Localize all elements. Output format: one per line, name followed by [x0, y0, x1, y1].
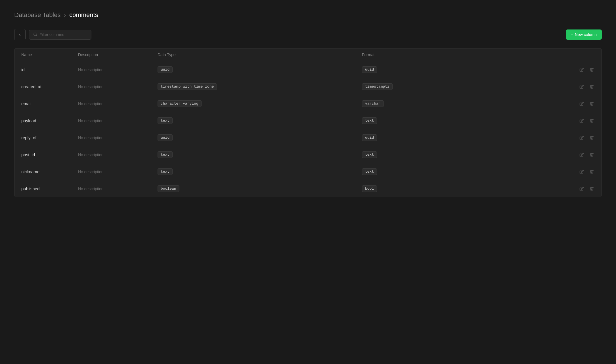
- delete-button[interactable]: [589, 186, 595, 192]
- trash-icon: [590, 136, 594, 140]
- format-badge: timestamptz: [362, 83, 393, 90]
- search-container: [29, 30, 91, 40]
- cell-name: created_at: [21, 84, 78, 89]
- edit-icon: [579, 136, 584, 140]
- cell-name: payload: [21, 118, 78, 123]
- delete-button[interactable]: [589, 169, 595, 175]
- search-input[interactable]: [39, 32, 87, 37]
- format-badge: bool: [362, 185, 377, 192]
- format-badge: varchar: [362, 100, 384, 107]
- cell-actions: [566, 101, 595, 107]
- back-button[interactable]: ‹: [14, 29, 26, 40]
- breadcrumb-separator: ›: [64, 12, 66, 18]
- plus-icon: +: [571, 32, 573, 37]
- toolbar: ‹ + New column: [14, 29, 602, 40]
- edit-icon: [579, 187, 584, 191]
- table-header: Name Description Data Type Format: [14, 48, 602, 61]
- table-row: email No description character varying v…: [14, 95, 602, 112]
- table-body: id No description uuid uuid: [14, 61, 602, 197]
- edit-button[interactable]: [579, 101, 584, 107]
- cell-actions: [566, 135, 595, 141]
- cell-name: id: [21, 67, 78, 72]
- data-type-badge: uuid: [158, 66, 173, 73]
- cell-description: No description: [78, 101, 158, 106]
- breadcrumb-parent[interactable]: Database Tables: [14, 11, 61, 19]
- format-badge: text: [362, 117, 377, 124]
- cell-description: No description: [78, 84, 158, 89]
- data-type-badge: text: [158, 117, 173, 124]
- cell-data-type: timestamp with time zone: [158, 83, 362, 90]
- edit-button[interactable]: [579, 152, 584, 158]
- table-row: id No description uuid uuid: [14, 61, 602, 78]
- cell-format: timestamptz: [362, 83, 566, 90]
- edit-button[interactable]: [579, 169, 584, 175]
- cell-actions: [566, 186, 595, 192]
- cell-format: text: [362, 117, 566, 124]
- cell-description: No description: [78, 67, 158, 72]
- trash-icon: [590, 187, 594, 191]
- new-column-button[interactable]: + New column: [566, 29, 602, 40]
- cell-name: published: [21, 186, 78, 191]
- edit-button[interactable]: [579, 118, 584, 124]
- svg-line-1: [36, 35, 37, 36]
- edit-icon: [579, 84, 584, 89]
- table-row: nickname No description text text: [14, 163, 602, 180]
- table-row: created_at No description timestamp with…: [14, 78, 602, 95]
- cell-name: post_id: [21, 152, 78, 157]
- delete-button[interactable]: [589, 135, 595, 141]
- edit-button[interactable]: [579, 67, 584, 73]
- cell-format: text: [362, 151, 566, 158]
- trash-icon: [590, 170, 594, 174]
- search-icon: [33, 32, 37, 37]
- edit-icon: [579, 153, 584, 157]
- table-row: post_id No description text text: [14, 146, 602, 163]
- cell-format: text: [362, 168, 566, 175]
- delete-button[interactable]: [589, 67, 595, 73]
- cell-actions: [566, 152, 595, 158]
- trash-icon: [590, 101, 594, 106]
- edit-icon: [579, 101, 584, 106]
- cell-data-type: uuid: [158, 134, 362, 141]
- cell-data-type: boolean: [158, 185, 362, 192]
- edit-button[interactable]: [579, 84, 584, 90]
- col-header-datatype: Data Type: [158, 52, 362, 57]
- cell-description: No description: [78, 187, 158, 191]
- delete-button[interactable]: [589, 152, 595, 158]
- data-type-badge: character varying: [158, 100, 202, 107]
- format-badge: uuid: [362, 134, 377, 141]
- new-column-label: New column: [575, 32, 597, 37]
- cell-description: No description: [78, 170, 158, 174]
- edit-button[interactable]: [579, 186, 584, 192]
- delete-button[interactable]: [589, 84, 595, 90]
- cell-format: uuid: [362, 66, 566, 73]
- edit-button[interactable]: [579, 135, 584, 141]
- cell-data-type: uuid: [158, 66, 362, 73]
- breadcrumb-current: comments: [69, 11, 98, 19]
- back-icon: ‹: [19, 32, 20, 37]
- cell-data-type: text: [158, 151, 362, 158]
- delete-button[interactable]: [589, 118, 595, 124]
- table-row: payload No description text text: [14, 112, 602, 129]
- edit-icon: [579, 118, 584, 123]
- col-header-name: Name: [21, 52, 78, 57]
- table-row: reply_of No description uuid uuid: [14, 129, 602, 146]
- cell-actions: [566, 169, 595, 175]
- cell-format: uuid: [362, 134, 566, 141]
- format-badge: text: [362, 151, 377, 158]
- delete-button[interactable]: [589, 101, 595, 107]
- cell-description: No description: [78, 136, 158, 140]
- cell-name: email: [21, 101, 78, 106]
- columns-table: Name Description Data Type Format id No …: [14, 48, 602, 197]
- trash-icon: [590, 153, 594, 157]
- col-header-description: Description: [78, 52, 158, 57]
- data-type-badge: timestamp with time zone: [158, 83, 217, 90]
- cell-name: reply_of: [21, 135, 78, 140]
- cell-actions: [566, 84, 595, 90]
- data-type-badge: text: [158, 151, 173, 158]
- toolbar-left: ‹: [14, 29, 91, 40]
- col-header-actions: [566, 52, 595, 57]
- col-header-format: Format: [362, 52, 566, 57]
- data-type-badge: text: [158, 168, 173, 175]
- trash-icon: [590, 67, 594, 72]
- cell-description: No description: [78, 118, 158, 123]
